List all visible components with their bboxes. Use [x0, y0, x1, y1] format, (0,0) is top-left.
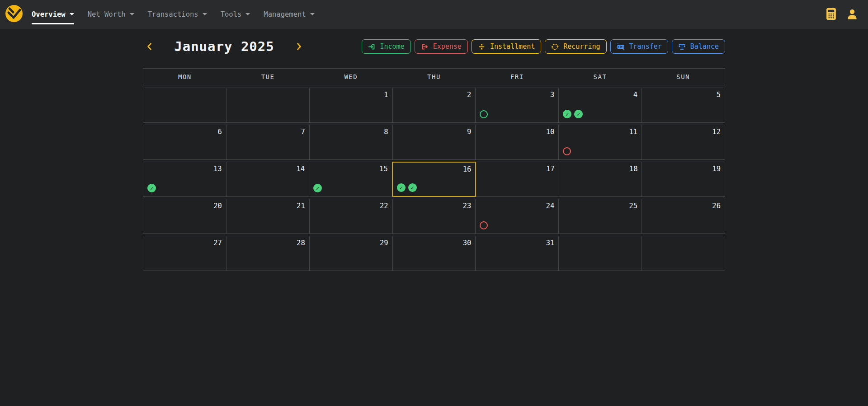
legend-label: Income	[380, 42, 405, 51]
completed-transaction-icon: ✓	[147, 184, 156, 192]
legend-label: Expense	[433, 42, 462, 51]
calendar-day-cell[interactable]: 23	[392, 199, 476, 234]
calendar-day-cell[interactable]: 21	[226, 199, 310, 234]
user-profile-button[interactable]	[846, 8, 858, 21]
calendar-day-cell[interactable]	[226, 88, 310, 123]
month-calendar: MON TUE WED THU FRI SAT SUN 1 2 3 4✓✓ 5 …	[143, 68, 725, 271]
installment-filter-button[interactable]: Installment	[472, 39, 541, 54]
calendar-day-cell[interactable]: 5	[642, 88, 725, 123]
day-markers: ✓✓	[563, 110, 583, 118]
day-number: 19	[712, 165, 721, 173]
month-navigation: January 2025	[143, 39, 306, 54]
calendar-day-cell[interactable]: 19	[642, 162, 725, 197]
calendar-day-cell[interactable]: 6	[143, 125, 226, 160]
chevron-right-icon	[294, 42, 304, 51]
transfer-filter-button[interactable]: Transfer	[610, 39, 668, 54]
weekday-header: TUE	[226, 69, 310, 85]
next-month-button[interactable]	[292, 41, 306, 52]
pending-income-icon	[480, 110, 488, 118]
calendar-day-cell[interactable]: 15✓	[309, 162, 392, 197]
calendar-week-row: 6 7 8 9 10 11 12	[143, 125, 725, 160]
menu-item-tools[interactable]: Tools	[221, 8, 250, 21]
day-number: 15	[379, 165, 388, 173]
day-number: 20	[213, 202, 222, 210]
calendar-day-cell[interactable]: 18	[559, 162, 642, 197]
day-markers	[480, 221, 488, 229]
legend-toolbar: Income Expense Installment Recurring Tra…	[362, 39, 726, 54]
calendar-day-cell[interactable]: 26	[642, 199, 725, 234]
day-markers: ✓	[147, 184, 156, 192]
calendar-day-cell[interactable]: 24	[475, 199, 559, 234]
menu-item-overview[interactable]: Overview	[32, 8, 74, 21]
completed-transaction-icon: ✓	[313, 184, 322, 192]
calendar-week-row: 13✓ 14 15✓ 16✓✓ 17 18 19	[143, 162, 725, 197]
calendar-day-cell[interactable]: 14	[226, 162, 310, 197]
calendar-week-row: 1 2 3 4✓✓ 5	[143, 88, 725, 123]
calculator-icon	[826, 8, 836, 22]
calendar-day-cell[interactable]: 31	[475, 236, 559, 271]
day-number: 27	[213, 239, 222, 247]
calendar-day-cell[interactable]: 28	[226, 236, 310, 271]
chevron-left-icon	[145, 42, 155, 51]
recurring-filter-button[interactable]: Recurring	[545, 39, 606, 54]
chevron-down-icon	[310, 13, 315, 15]
calendar-day-cell[interactable]: 7	[226, 125, 310, 160]
day-number: 5	[717, 91, 721, 99]
wallet-logo-icon	[5, 4, 24, 25]
weekday-header: FRI	[476, 69, 559, 85]
scales-icon	[678, 43, 686, 51]
calendar-day-cell[interactable]: 22	[309, 199, 393, 234]
calendar-page: January 2025 Income Expense Installment …	[143, 38, 725, 271]
pending-expense-icon	[563, 147, 571, 155]
calendar-day-cell[interactable]: 25	[558, 199, 642, 234]
balance-filter-button[interactable]: Balance	[672, 39, 725, 54]
calendar-day-cell[interactable]: 8	[309, 125, 393, 160]
calendar-day-cell[interactable]: 4✓✓	[558, 88, 642, 123]
calendar-day-cell[interactable]: 30	[392, 236, 476, 271]
calendar-day-cell[interactable]	[143, 88, 226, 123]
calendar-day-cell[interactable]: 11	[558, 125, 642, 160]
calendar-day-cell[interactable]: 17	[476, 162, 559, 197]
menu-item-net-worth[interactable]: Net Worth	[88, 8, 134, 21]
month-title: January 2025	[156, 39, 292, 54]
day-number: 14	[296, 165, 305, 173]
day-number: 16	[463, 165, 472, 173]
calendar-day-cell[interactable]: 1	[309, 88, 393, 123]
menu-item-transactions[interactable]: Transactions	[148, 8, 207, 21]
weekday-header: MON	[143, 69, 226, 85]
calendar-day-cell-today[interactable]: 16✓✓	[392, 162, 476, 197]
day-number: 13	[213, 165, 222, 173]
calendar-day-cell[interactable]	[558, 236, 642, 271]
calendar-day-cell[interactable]: 12	[642, 125, 725, 160]
calculator-button[interactable]	[826, 8, 836, 22]
weekday-header: THU	[392, 69, 476, 85]
calendar-day-cell[interactable]: 27	[143, 236, 226, 271]
calendar-day-cell[interactable]: 9	[392, 125, 476, 160]
day-number: 1	[384, 91, 388, 99]
day-number: 8	[384, 128, 388, 136]
calendar-day-cell[interactable]	[642, 236, 725, 271]
menu-item-management[interactable]: Management	[264, 8, 314, 21]
menu-label: Net Worth	[88, 10, 126, 19]
calendar-day-cell[interactable]: 13✓	[143, 162, 226, 197]
calendar-day-cell[interactable]: 20	[143, 199, 226, 234]
top-navbar: Overview Net Worth Transactions Tools Ma…	[0, 0, 868, 29]
day-number: 31	[546, 239, 555, 247]
completed-transaction-icon: ✓	[574, 110, 583, 118]
income-filter-button[interactable]: Income	[362, 39, 411, 54]
completed-transaction-icon: ✓	[408, 183, 417, 192]
main-menu: Overview Net Worth Transactions Tools Ma…	[32, 8, 315, 21]
calendar-day-cell[interactable]: 3	[475, 88, 559, 123]
day-number: 6	[218, 128, 222, 136]
expense-filter-button[interactable]: Expense	[415, 39, 468, 54]
day-number: 30	[463, 239, 472, 247]
calendar-day-cell[interactable]: 29	[309, 236, 393, 271]
weekday-header: WED	[309, 69, 392, 85]
calendar-day-cell[interactable]: 2	[392, 88, 476, 123]
day-number: 24	[546, 202, 555, 210]
menu-label: Tools	[221, 10, 242, 19]
calendar-day-cell[interactable]: 10	[475, 125, 559, 160]
previous-month-button[interactable]	[143, 41, 156, 52]
brand-logo[interactable]	[5, 4, 24, 25]
pending-expense-icon	[480, 221, 488, 229]
